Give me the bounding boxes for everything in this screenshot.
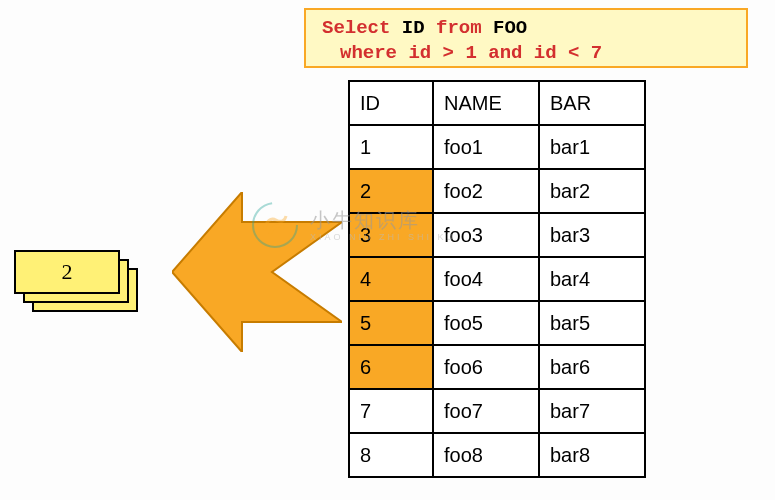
result-value: 2 <box>62 259 73 285</box>
cell-name: foo2 <box>433 169 539 213</box>
table-row: 1 foo1 bar1 <box>349 125 645 169</box>
table-row: 2 foo2 bar2 <box>349 169 645 213</box>
sql-table-name: FOO <box>493 17 527 39</box>
cell-bar: bar5 <box>539 301 645 345</box>
table-row: 4 foo4 bar4 <box>349 257 645 301</box>
cell-id: 7 <box>349 389 433 433</box>
header-id: ID <box>349 81 433 125</box>
cell-id-highlighted: 2 <box>349 169 433 213</box>
table-header-row: ID NAME BAR <box>349 81 645 125</box>
svg-marker-0 <box>172 192 342 352</box>
cell-id-highlighted: 6 <box>349 345 433 389</box>
sql-line-1: Select ID from FOO <box>322 16 730 41</box>
header-bar: BAR <box>539 81 645 125</box>
cell-bar: bar6 <box>539 345 645 389</box>
cell-name: foo1 <box>433 125 539 169</box>
sql-keyword-select: Select <box>322 17 390 39</box>
result-card-stack: 2 <box>14 250 138 312</box>
cell-id-highlighted: 5 <box>349 301 433 345</box>
header-name: NAME <box>433 81 539 125</box>
cell-name: foo6 <box>433 345 539 389</box>
sql-column-id: ID <box>402 17 425 39</box>
left-arrow-icon <box>172 192 342 352</box>
table-row: 8 foo8 bar8 <box>349 433 645 477</box>
result-card-front: 2 <box>14 250 120 294</box>
sql-keyword-from: from <box>436 17 482 39</box>
table-row: 3 foo3 bar3 <box>349 213 645 257</box>
sql-where-clause: where id > 1 and id < 7 <box>322 41 730 66</box>
cell-bar: bar1 <box>539 125 645 169</box>
cell-id-highlighted: 3 <box>349 213 433 257</box>
cell-id: 1 <box>349 125 433 169</box>
cell-bar: bar7 <box>539 389 645 433</box>
foo-table: ID NAME BAR 1 foo1 bar1 2 foo2 bar2 3 fo… <box>348 80 646 478</box>
cell-bar: bar3 <box>539 213 645 257</box>
cell-bar: bar2 <box>539 169 645 213</box>
cell-name: foo8 <box>433 433 539 477</box>
table-row: 5 foo5 bar5 <box>349 301 645 345</box>
cell-id: 8 <box>349 433 433 477</box>
cell-id-highlighted: 4 <box>349 257 433 301</box>
cell-name: foo4 <box>433 257 539 301</box>
cell-bar: bar4 <box>539 257 645 301</box>
table-row: 7 foo7 bar7 <box>349 389 645 433</box>
cell-name: foo5 <box>433 301 539 345</box>
table-row: 6 foo6 bar6 <box>349 345 645 389</box>
sql-query-box: Select ID from FOO where id > 1 and id <… <box>304 8 748 68</box>
cell-bar: bar8 <box>539 433 645 477</box>
cell-name: foo3 <box>433 213 539 257</box>
cell-name: foo7 <box>433 389 539 433</box>
